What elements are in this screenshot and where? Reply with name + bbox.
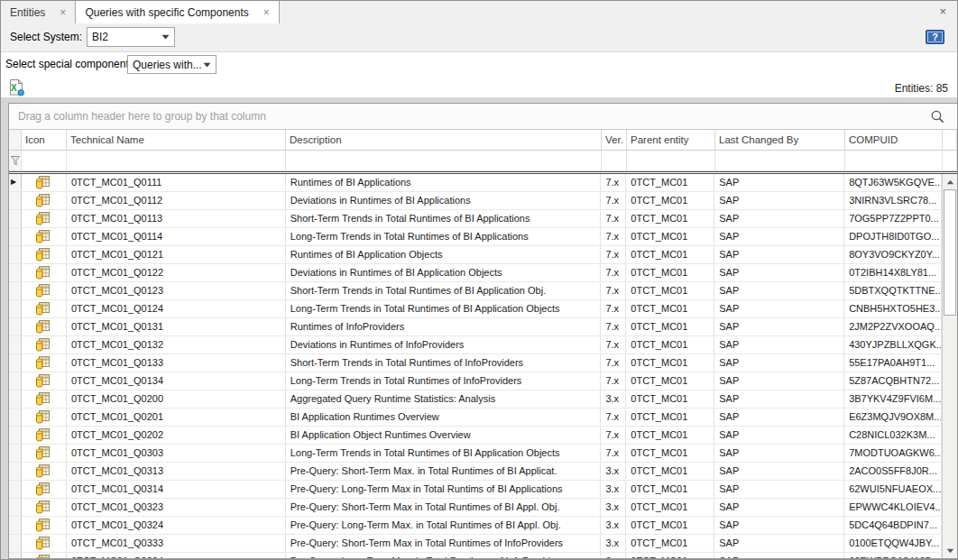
row-indicator-cell [9,390,22,408]
close-icon[interactable]: × [60,7,66,18]
table-row[interactable]: 0TCT_MC01_Q0333 Pre-Query: Short-Term Ma… [9,535,942,553]
scrollbar-thumb[interactable] [944,189,956,316]
table-row[interactable]: 0TCT_MC01_Q0313 Pre-Query: Short-Term Ma… [9,463,942,481]
cell-parent-entity: 0TCT_MC01 [626,390,714,408]
header-tail-cell [943,130,957,150]
search-icon[interactable] [930,109,945,124]
cell-version: 7.x [601,372,626,390]
cell-compuid: 7MODTUOAGKW6... [844,445,942,462]
table-row[interactable]: 0TCT_MC01_Q0132 Deviations in Runtimes o… [9,336,942,354]
cell-parent-entity: 0TCT_MC01 [626,210,714,227]
scroll-down-button[interactable] [943,543,957,558]
cell-parent-entity: 0TCT_MC01 [626,372,714,390]
column-header-technical-name[interactable]: Technical Name [67,130,286,150]
entities-count: Entities: 85 [895,82,948,95]
cell-technical-name: 0TCT_MC01_Q0201 [67,409,286,426]
filter-cell-description[interactable] [286,151,602,171]
table-row[interactable]: 0TCT_MC01_Q0334 Pre-Query: Long-Term Max… [9,553,942,559]
cell-description: Aggregated Query Runtime Statistics: Ana… [286,390,602,408]
filter-cell-parent-entity[interactable] [627,151,715,171]
cell-compuid: 5DBTXQQTKTTNE... [844,282,942,299]
table-row[interactable]: 0TCT_MC01_Q0114 Long-Term Trends in Tota… [9,228,942,246]
table-row[interactable]: 0TCT_MC01_Q0131 Runtimes of InfoProvider… [9,318,942,336]
query-icon [35,212,50,226]
row-icon-cell [22,318,67,335]
column-header-parent-entity[interactable]: Parent entity [627,130,715,150]
row-icon-cell [22,517,67,534]
filter-tail-cell [943,151,957,171]
table-row[interactable]: 0TCT_MC01_Q0134 Long-Term Trends in Tota… [9,372,942,390]
filter-cell-technical-name[interactable] [67,151,286,171]
system-select[interactable]: BI2 [87,27,175,47]
table-row[interactable]: 0TCT_MC01_Q0200 Aggregated Query Runtime… [9,390,942,409]
export-excel-icon: X [8,79,25,96]
cell-description: Pre-Query: Long-Term Max in Total Runtim… [286,481,602,498]
cell-parent-entity: 0TCT_MC01 [626,228,714,245]
filter-cell-icon[interactable] [22,151,67,171]
cell-description: Short-Term Trends in Total Runtimes of B… [286,282,602,299]
cell-technical-name: 0TCT_MC01_Q0111 [67,174,286,191]
table-row[interactable]: 0TCT_MC01_Q0201 BI Application Runtimes … [9,409,942,427]
cell-compuid: EPWWC4KLOIEV4... [844,499,942,516]
table-row[interactable]: 0TCT_MC01_Q0323 Pre-Query: Short-Term Ma… [9,499,942,517]
cell-last-changed-by: SAP [714,246,844,263]
column-header-description[interactable]: Description [286,130,602,150]
cell-version: 7.x [601,174,626,191]
row-indicator-cell [9,553,22,559]
scroll-up-button[interactable] [943,174,957,189]
table-row[interactable]: 0TCT_MC01_Q0123 Short-Term Trends in Tot… [9,282,942,300]
table-row[interactable]: 0TCT_MC01_Q0202 BI Application Object Ru… [9,427,942,445]
table-row[interactable]: 0TCT_MC01_Q0113 Short-Term Trends in Tot… [9,210,942,228]
special-component-select[interactable]: Queries with... [127,55,216,74]
column-header-version[interactable]: Ver. [602,130,627,150]
cell-parent-entity: 0TCT_MC01 [626,481,714,498]
tab-entities[interactable]: Entities × [1,1,75,23]
row-indicator-cell [9,481,22,498]
table-row[interactable]: 0TCT_MC01_Q0124 Long-Term Trends in Tota… [9,300,942,318]
cell-compuid: 8QTJ63W5KGQVE... [844,174,942,191]
row-icon-cell [22,192,67,209]
vertical-scrollbar[interactable] [942,174,957,558]
cell-last-changed-by: SAP [714,481,844,498]
table-row[interactable]: 0TCT_MC01_Q0303 Long-Term Trends in Tota… [9,445,942,463]
table-row[interactable]: 0TCT_MC01_Q0112 Deviations in Runtimes o… [9,192,942,210]
cell-compuid: C28NICL032K3M... [844,427,942,444]
chevron-down-icon [203,62,211,68]
cell-parent-entity: 0TCT_MC01 [626,354,714,372]
column-header-compuid[interactable]: COMPUID [845,130,943,150]
cell-version: 7.x [601,427,626,444]
table-row[interactable]: 0TCT_MC01_Q0314 Pre-Query: Long-Term Max… [9,481,942,499]
row-icon-cell [22,427,67,444]
column-header-last-changed-by[interactable]: Last Changed By [715,130,845,150]
filter-cell-version[interactable] [602,151,627,171]
tab-queries-label: Queries with specific Components [85,6,248,19]
filter-cell-compuid[interactable] [845,151,943,171]
svg-text:X: X [11,83,17,93]
close-icon[interactable]: × [263,7,270,18]
query-icon [35,194,50,208]
row-icon-cell [22,463,67,480]
query-icon [35,248,50,262]
row-icon-cell [22,228,67,245]
table-row[interactable]: 0TCT_MC01_Q0133 Short-Term Trends in Tot… [9,354,942,372]
grid-header-row: Icon Technical Name Description Ver. Par… [9,130,957,151]
table-row[interactable]: ▶ 0TCT_MC01_Q0111 Runtimes of BI Applica… [9,174,942,192]
filter-cell-last-changed-by[interactable] [715,151,845,171]
cell-version: 3.x [601,517,626,534]
help-button[interactable]: ? [926,29,944,45]
cell-last-changed-by: SAP [714,336,844,353]
cell-parent-entity: 0TCT_MC01 [626,336,714,353]
row-indicator-cell [9,300,22,317]
row-indicator-cell [9,535,22,552]
table-row[interactable]: 0TCT_MC01_Q0324 Pre-Query: Long-Term Max… [9,517,942,535]
cell-technical-name: 0TCT_MC01_Q0202 [67,427,286,444]
tab-queries-with-specific-components[interactable]: Queries with specific Components × [75,1,279,23]
close-icon[interactable]: × [939,5,946,17]
table-row[interactable]: 0TCT_MC01_Q0121 Runtimes of BI Applicati… [9,246,942,264]
group-by-panel[interactable]: Drag a column header here to group by th… [9,104,957,130]
row-icon-cell [22,264,67,281]
table-row[interactable]: 0TCT_MC01_Q0122 Deviations in Runtimes o… [9,264,942,282]
export-excel-button[interactable]: X [7,79,25,96]
cell-compuid: 430YJPZBLLXQGK... [844,336,942,353]
column-header-icon[interactable]: Icon [22,130,67,150]
